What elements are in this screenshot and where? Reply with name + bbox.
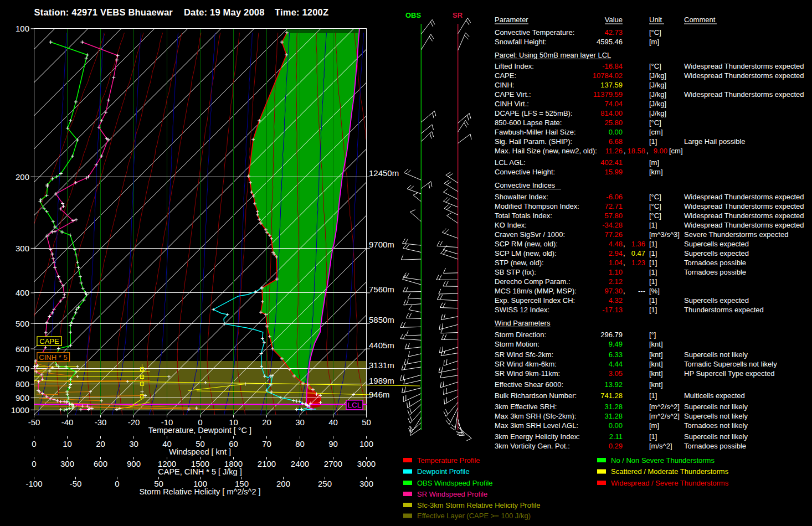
svg-text:Total Totals Index:: Total Totals Index: [495, 212, 552, 220]
svg-text:4.32: 4.32 [609, 296, 623, 305]
svg-text:296.79: 296.79 [600, 331, 623, 339]
svg-text:[1]: [1] [649, 240, 657, 248]
svg-text:Large Hail possible: Large Hail possible [684, 137, 746, 146]
svg-text:300: 300 [16, 244, 29, 253]
svg-text:850-600 Lapse Rate:: 850-600 Lapse Rate: [495, 118, 562, 127]
svg-text:40: 40 [328, 417, 338, 427]
svg-text:[°C]: [°C] [649, 62, 661, 70]
svg-text:Max 3km SRH (Sfc-2km):: Max 3km SRH (Sfc-2km): [495, 412, 576, 420]
svg-text:15.99: 15.99 [604, 168, 623, 176]
svg-text:3.05: 3.05 [609, 369, 623, 378]
svg-text:70: 70 [262, 439, 271, 448]
svg-text:Date: 19 May 2008: Date: 19 May 2008 [184, 7, 265, 17]
svg-text:[knt]: [knt] [649, 340, 663, 348]
svg-text:Tornadoes possible: Tornadoes possible [684, 442, 746, 450]
svg-text:30: 30 [295, 417, 305, 427]
svg-text:1.23: 1.23 [631, 259, 645, 267]
svg-text:4.48: 4.48 [609, 240, 623, 248]
svg-text:CAPE: CAPE [39, 337, 59, 345]
svg-text:,: , [624, 147, 626, 155]
svg-text:18.58: 18.58 [627, 147, 645, 155]
svg-text:Tornadoes possible: Tornadoes possible [684, 259, 746, 267]
svg-text:Widespread Thunderstorms expec: Widespread Thunderstorms expected [684, 212, 804, 220]
svg-text:Storm Motion:: Storm Motion: [495, 340, 539, 348]
svg-text:11.26: 11.26 [605, 147, 623, 155]
svg-text:[m^2/s^2]: [m^2/s^2] [649, 412, 680, 420]
svg-text:2100: 2100 [258, 459, 276, 468]
svg-text:20: 20 [96, 439, 105, 448]
svg-text:0.47: 0.47 [631, 249, 645, 257]
svg-text:---: --- [638, 287, 645, 295]
svg-text:CINH:: CINH: [495, 81, 514, 89]
svg-text:300: 300 [359, 479, 373, 488]
svg-text:Storm Direction:: Storm Direction: [495, 331, 546, 339]
svg-text:Convective Height:: Convective Height: [495, 168, 555, 176]
svg-text:[%]: [%] [649, 287, 660, 295]
svg-text:74.04: 74.04 [604, 100, 623, 108]
svg-text:Widespread Thunderstorms expec: Widespread Thunderstorms expected [684, 202, 804, 210]
svg-text:0: 0 [115, 479, 119, 488]
svg-text:LCL: LCL [348, 401, 362, 409]
svg-text:Parameter: Parameter [495, 16, 528, 24]
svg-text:[°]: [°] [649, 331, 656, 339]
svg-text:1.36: 1.36 [631, 240, 645, 248]
svg-text:CAPE, CINH * 5 [ J/kg ]: CAPE, CINH * 5 [ J/kg ] [158, 467, 242, 476]
svg-text:[cm]: [cm] [669, 147, 683, 155]
svg-text:SCP RM (new, old):: SCP RM (new, old): [495, 240, 558, 248]
svg-text:2.94: 2.94 [609, 249, 623, 257]
svg-text:2.12: 2.12 [609, 277, 623, 286]
svg-text:800: 800 [16, 379, 29, 389]
svg-text:Supercells not likely: Supercells not likely [684, 432, 748, 441]
svg-text:Supercells not likely: Supercells not likely [684, 403, 748, 411]
svg-text:[1]: [1] [649, 306, 657, 314]
svg-text:[1]: [1] [649, 249, 657, 257]
svg-text:,: , [646, 147, 649, 155]
svg-text:[knt]: [knt] [649, 350, 663, 359]
svg-text:SR Wind 9km-11km:: SR Wind 9km-11km: [495, 369, 560, 378]
svg-text:[m^3/s^3]: [m^3/s^3] [649, 230, 680, 239]
svg-text:-30: -30 [95, 417, 107, 427]
svg-text:Widespread Thunderstorms expec: Widespread Thunderstorms expected [684, 62, 804, 70]
svg-text:Widespread / Severe Thundersto: Widespread / Severe Thunderstorms [611, 479, 729, 487]
svg-text:-50: -50 [70, 479, 82, 488]
svg-text:[°C]: [°C] [649, 212, 661, 220]
svg-text:,: , [623, 249, 625, 257]
svg-text:Sig. Hail Param. (SHIP):: Sig. Hail Param. (SHIP): [495, 137, 572, 146]
svg-text:[J/kg]: [J/kg] [649, 71, 666, 80]
svg-text:31.28: 31.28 [604, 403, 623, 411]
svg-text:Showalter Index:: Showalter Index: [495, 193, 548, 201]
svg-text:OBS Windspeed Profile: OBS Windspeed Profile [417, 479, 493, 487]
svg-text:Exp. Supercell Index CH:: Exp. Supercell Index CH: [495, 296, 575, 305]
svg-text:11379.59: 11379.59 [593, 90, 623, 99]
svg-text:[1]: [1] [649, 137, 657, 146]
svg-text:[m]: [m] [649, 38, 659, 46]
svg-text:Craven SigSvr / 1000:: Craven SigSvr / 1000: [495, 230, 565, 239]
svg-text:-40: -40 [61, 417, 74, 427]
svg-text:4405m: 4405m [369, 341, 394, 350]
svg-text:300: 300 [60, 459, 74, 468]
svg-text:13.92: 13.92 [604, 380, 623, 389]
svg-text:[1]: [1] [649, 432, 657, 441]
svg-text:[m]: [m] [649, 158, 659, 167]
svg-text:600: 600 [94, 459, 107, 468]
svg-text:CAPE:: CAPE: [495, 71, 516, 80]
svg-text:31.28: 31.28 [604, 412, 623, 420]
svg-text:-16.84: -16.84 [602, 62, 623, 70]
svg-text:97.30: 97.30 [604, 287, 623, 295]
svg-text:Bulk Richardson Number:: Bulk Richardson Number: [495, 391, 577, 400]
svg-text:SR Wind 4km-6km:: SR Wind 4km-6km: [495, 360, 557, 368]
svg-text:[knt]: [knt] [649, 380, 663, 389]
svg-text:Max 3km SRH Level AGL:: Max 3km SRH Level AGL: [495, 421, 578, 430]
svg-text:Temperature Profile: Temperature Profile [417, 456, 480, 465]
svg-text:200: 200 [16, 172, 29, 182]
svg-text:2400: 2400 [291, 459, 309, 468]
svg-text:12450m: 12450m [369, 168, 399, 178]
svg-text:4.44: 4.44 [609, 360, 623, 368]
svg-text:0: 0 [32, 459, 36, 468]
svg-text:6.33: 6.33 [609, 350, 623, 359]
svg-text:2.11: 2.11 [609, 432, 623, 441]
svg-text:20: 20 [262, 417, 271, 427]
svg-text:Value: Value [605, 16, 623, 24]
svg-text:[1]: [1] [649, 277, 657, 286]
svg-text:0.00: 0.00 [609, 421, 623, 430]
